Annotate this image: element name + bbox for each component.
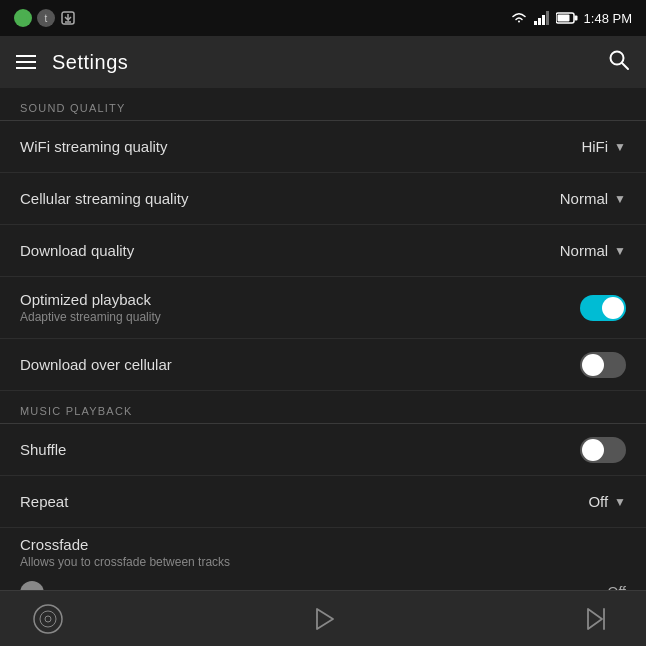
- circle-green-icon: [14, 9, 32, 27]
- svg-rect-9: [574, 16, 577, 21]
- svg-marker-17: [588, 609, 602, 629]
- repeat-dropdown-arrow: ▼: [614, 495, 626, 509]
- download-quality-value-container: Normal ▼: [546, 242, 626, 259]
- optimized-playback-row[interactable]: Optimized playback Adaptive streaming qu…: [0, 277, 646, 339]
- download-cellular-toggle[interactable]: [580, 352, 626, 378]
- cellular-streaming-row[interactable]: Cellular streaming quality Normal ▼: [0, 173, 646, 225]
- svg-rect-5: [538, 18, 541, 25]
- download-quality-dropdown-arrow: ▼: [614, 244, 626, 258]
- wifi-streaming-label-container: WiFi streaming quality: [20, 138, 168, 155]
- status-time: 1:48 PM: [584, 11, 632, 26]
- crossfade-label: Crossfade: [20, 536, 230, 553]
- circle-t-icon: t: [37, 9, 55, 27]
- top-bar-left: Settings: [16, 51, 128, 74]
- menu-line-3: [16, 67, 36, 69]
- search-button[interactable]: [608, 49, 630, 75]
- optimized-playback-label: Optimized playback: [20, 291, 161, 308]
- repeat-row[interactable]: Repeat Off ▼: [0, 476, 646, 528]
- menu-button[interactable]: [16, 55, 36, 69]
- crossfade-sub: Allows you to crossfade between tracks: [20, 555, 230, 569]
- download-cellular-toggle-knob: [582, 354, 604, 376]
- cellular-streaming-dropdown-arrow: ▼: [614, 192, 626, 206]
- wifi-icon: [510, 11, 528, 25]
- top-bar: Settings: [0, 36, 646, 88]
- cellular-streaming-label: Cellular streaming quality: [20, 190, 188, 207]
- wifi-streaming-dropdown-arrow: ▼: [614, 140, 626, 154]
- download-quality-label: Download quality: [20, 242, 134, 259]
- bottom-player-bar: [0, 590, 646, 646]
- wifi-streaming-value-container: HiFi ▼: [546, 138, 626, 155]
- status-right-icons: 1:48 PM: [510, 11, 632, 26]
- wifi-streaming-value: HiFi: [581, 138, 608, 155]
- download-arrow-icon: [60, 10, 76, 26]
- cellular-streaming-label-container: Cellular streaming quality: [20, 190, 188, 207]
- shuffle-label: Shuffle: [20, 441, 66, 458]
- download-quality-label-container: Download quality: [20, 242, 134, 259]
- repeat-value: Off: [588, 493, 608, 510]
- svg-rect-7: [546, 11, 549, 25]
- svg-rect-4: [534, 21, 537, 25]
- svg-rect-10: [557, 15, 569, 22]
- crossfade-section: Crossfade Allows you to crossfade betwee…: [0, 528, 646, 590]
- cellular-streaming-value: Normal: [560, 190, 608, 207]
- shuffle-toggle[interactable]: [580, 437, 626, 463]
- download-cellular-toggle-container: [546, 352, 626, 378]
- svg-rect-6: [542, 15, 545, 25]
- status-bar: t 1:48 PM: [0, 0, 646, 36]
- crossfade-slider-row: Off: [0, 580, 646, 590]
- cellular-streaming-value-container: Normal ▼: [546, 190, 626, 207]
- crossfade-slider-knob[interactable]: [20, 581, 44, 591]
- svg-point-13: [34, 605, 62, 633]
- download-quality-row[interactable]: Download quality Normal ▼: [0, 225, 646, 277]
- shuffle-row[interactable]: Shuffle: [0, 424, 646, 476]
- wifi-streaming-row[interactable]: WiFi streaming quality HiFi ▼: [0, 121, 646, 173]
- download-cellular-label-container: Download over cellular: [20, 356, 172, 373]
- repeat-label-container: Repeat: [20, 493, 68, 510]
- crossfade-label-container: Crossfade Allows you to crossfade betwee…: [20, 536, 230, 569]
- section-header-music-playback: MUSIC PLAYBACK: [0, 391, 646, 424]
- repeat-label: Repeat: [20, 493, 68, 510]
- battery-icon: [556, 12, 578, 24]
- optimized-playback-sub: Adaptive streaming quality: [20, 310, 161, 324]
- repeat-value-container: Off ▼: [546, 493, 626, 510]
- download-cellular-row[interactable]: Download over cellular: [0, 339, 646, 391]
- crossfade-row: Crossfade Allows you to crossfade betwee…: [0, 528, 646, 580]
- play-button[interactable]: [305, 601, 341, 637]
- menu-line-1: [16, 55, 36, 57]
- wifi-streaming-label: WiFi streaming quality: [20, 138, 168, 155]
- shuffle-toggle-container: [546, 437, 626, 463]
- status-left-icons: t: [14, 9, 76, 27]
- optimized-playback-toggle-knob: [602, 297, 624, 319]
- svg-point-15: [45, 616, 51, 622]
- svg-point-0: [19, 14, 27, 22]
- vinyl-button[interactable]: [30, 601, 66, 637]
- download-quality-value: Normal: [560, 242, 608, 259]
- svg-marker-16: [317, 609, 333, 629]
- page-title: Settings: [52, 51, 128, 74]
- signal-icon: [534, 11, 550, 25]
- optimized-playback-toggle-container: [546, 295, 626, 321]
- skip-button[interactable]: [580, 601, 616, 637]
- settings-content: SOUND QUALITY WiFi streaming quality HiF…: [0, 88, 646, 590]
- svg-line-12: [622, 63, 628, 69]
- section-header-sound-quality: SOUND QUALITY: [0, 88, 646, 121]
- svg-point-14: [40, 611, 56, 627]
- download-cellular-label: Download over cellular: [20, 356, 172, 373]
- shuffle-toggle-knob: [582, 439, 604, 461]
- optimized-playback-label-container: Optimized playback Adaptive streaming qu…: [20, 291, 161, 324]
- menu-line-2: [16, 61, 36, 63]
- optimized-playback-toggle[interactable]: [580, 295, 626, 321]
- shuffle-label-container: Shuffle: [20, 441, 66, 458]
